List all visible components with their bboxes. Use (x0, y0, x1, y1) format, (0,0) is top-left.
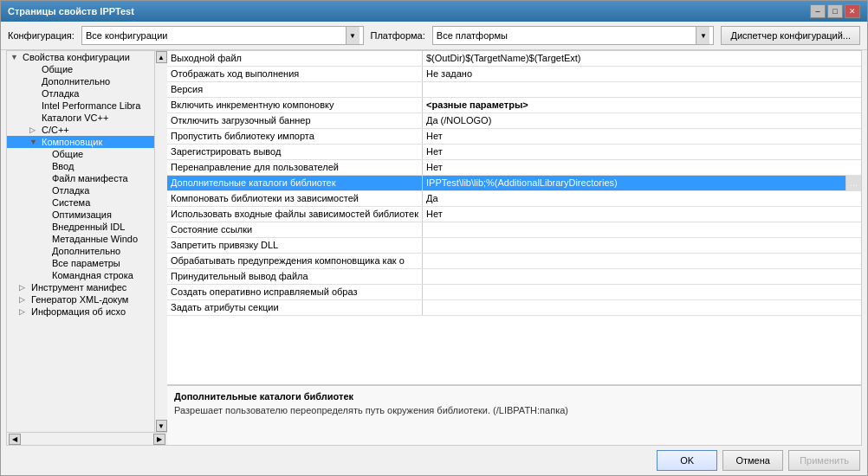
tree-item-label: Ввод (52, 161, 74, 171)
tree-item-sistema[interactable]: Система (7, 196, 154, 209)
tree-items: ОбщиеДополнительноОтладкаIntel Performan… (7, 63, 154, 318)
prop-row-versiya[interactable]: Версия (167, 82, 861, 98)
cancel-button[interactable]: Отмена (722, 450, 783, 471)
tree-hscroll[interactable]: ◀ ▶ (7, 432, 167, 445)
prop-value-perenapr: Нет (423, 160, 861, 175)
tree-item-vseparam[interactable]: Все параметры (7, 257, 154, 269)
minimize-button[interactable]: – (810, 4, 826, 18)
config-dropdown-arrow[interactable]: ▼ (346, 27, 360, 44)
prop-row-vyhod_file[interactable]: Выходной файл$(OutDir)$(TargetName)$(Tar… (167, 51, 861, 67)
tree-item-gen_xml[interactable]: ▷Генератор XML-докум (7, 293, 154, 306)
prop-row-perenapr[interactable]: Перенаправление для пользователейНет (167, 160, 861, 176)
close-button[interactable]: ✕ (845, 4, 860, 18)
prop-row-import_lib[interactable]: Пропустить библиотеку импортаНет (167, 129, 861, 145)
tree-item-dopolnitelno1[interactable]: Дополнительно (7, 75, 154, 87)
prop-row-otobrazhat[interactable]: Отображать ход выполненияНе задано (167, 67, 861, 82)
prop-name-vyhod_file: Выходной файл (167, 51, 423, 66)
title-bar: Страницы свойств IPPTest – □ ✕ (1, 1, 867, 22)
prop-name-obrabatyvat_preduprezh: Обрабатывать предупреждения компоновщика… (167, 254, 423, 268)
platform-dropdown[interactable]: Все платформы ▼ (432, 26, 715, 45)
prop-name-zadat_atributy: Задать атрибуты секции (167, 300, 423, 315)
prop-row-inkrement[interactable]: Включить инкрементную компоновку<разные … (167, 98, 861, 113)
prop-name-inkrement: Включить инкрементную компоновку (167, 98, 423, 113)
tree-item-label: Компоновщик (42, 137, 102, 147)
tree-item-katalogi[interactable]: Каталоги VC++ (7, 112, 154, 124)
prop-value-ispolz_zavisimost: Нет (423, 207, 861, 222)
tree-item-info_isxod[interactable]: ▷Информация об исхо (7, 306, 154, 318)
ok-button[interactable]: OK (657, 450, 717, 471)
prop-row-sozdat_obraz[interactable]: Создать оперативно исправляемый образ (167, 285, 861, 300)
tree-item-label: Файл манифеста (52, 173, 128, 183)
tree-item-label: Генератор XML-докум (31, 294, 128, 305)
prop-row-zapret_dll[interactable]: Запретить привязку DLL (167, 238, 861, 254)
tree-item-obshie1[interactable]: Общие (7, 63, 154, 75)
tree-item-kompon[interactable]: ▼Компоновщик (7, 136, 154, 148)
prop-name-register: Зарегистрировать вывод (167, 145, 423, 159)
tree-item-obshie2[interactable]: Общие (7, 148, 154, 160)
tree-item-intel[interactable]: Intel Performance Libra (7, 100, 154, 112)
apply-button[interactable]: Применить (788, 450, 860, 471)
prop-value-versiya (423, 82, 861, 97)
prop-row-zadat_atributy[interactable]: Задать атрибуты секции (167, 300, 861, 316)
root-toggle: ▼ (10, 53, 23, 61)
platform-value: Все платформы (437, 30, 508, 41)
tree-item-label: Все параметры (52, 258, 120, 268)
prop-row-sostoyan_ssylki[interactable]: Состояние ссылки (167, 222, 861, 238)
tree-item-cmdline[interactable]: Командная строка (7, 269, 154, 281)
prop-expand-btn-dop_katalogi[interactable]: … (845, 176, 861, 190)
prop-name-versiya: Версия (167, 82, 423, 97)
tree-item-label: Дополнительно (52, 246, 120, 256)
tree-item-vdridl[interactable]: Внедренный IDL (7, 221, 154, 233)
tree-scrollbar[interactable]: ▲ ▼ (154, 51, 167, 432)
desc-text: Разрешает пользователю переопределять пу… (174, 405, 854, 415)
tree-item-label: Информация об исхо (31, 306, 126, 317)
prop-value-kompanov_zav: Да (423, 191, 861, 206)
tree-item-metadata[interactable]: Метаданные Windo (7, 233, 154, 245)
toggle-icon: ▷ (19, 283, 31, 292)
restore-button[interactable]: □ (827, 4, 843, 18)
tree-item-dopolnitelno2[interactable]: Дополнительно (7, 245, 154, 257)
config-dropdown[interactable]: Все конфигурации ▼ (81, 26, 364, 45)
tree-item-vvod[interactable]: Ввод (7, 160, 154, 172)
main-content: ▼ Свойства конфигурации ОбщиеДополнитель… (6, 50, 862, 446)
prop-row-ispolz_zavisimost[interactable]: Использовать входные файлы зависимостей … (167, 207, 861, 222)
prop-name-sostoyan_ssylki: Состояние ссылки (167, 222, 423, 237)
tree-item-manifest[interactable]: Файл манифеста (7, 172, 154, 184)
tree-item-otladka1[interactable]: Отладка (7, 87, 154, 100)
platform-label: Платформа: (371, 30, 425, 41)
prop-row-banner[interactable]: Отключить загрузочный баннерДа (/NOLOGO) (167, 113, 861, 129)
prop-row-obrabatyvat_preduprezh[interactable]: Обрабатывать предупреждения компоновщика… (167, 254, 861, 269)
tree-item-label: Общие (52, 149, 83, 159)
prop-value-sostoyan_ssylki (423, 222, 861, 237)
prop-row-kompanov_zav[interactable]: Компоновать библиотеки из зависимостейДа (167, 191, 861, 207)
prop-row-dop_katalogi[interactable]: Дополнительные каталоги библиотекIPPTest… (167, 176, 861, 191)
scroll-up[interactable]: ▲ (156, 51, 167, 63)
prop-value-sozdat_obraz (423, 285, 861, 299)
config-label: Конфигурация: (8, 30, 74, 41)
scroll-down[interactable]: ▼ (156, 420, 167, 432)
tree-root[interactable]: ▼ Свойства конфигурации (7, 51, 154, 63)
hscroll-left[interactable]: ◀ (9, 434, 21, 445)
tree-item-otladka2[interactable]: Отладка (7, 184, 154, 196)
tree-item-optimizacia[interactable]: Оптимизация (7, 209, 154, 221)
tree-item-label: Общие (42, 64, 73, 74)
tree-item-label: Командная строка (52, 270, 133, 280)
hscroll-right[interactable]: ▶ (153, 434, 165, 445)
dispatcher-button[interactable]: Диспетчер конфигураций... (721, 26, 860, 45)
tree-item-label: Инструмент манифес (31, 282, 126, 293)
tree-panel: ▼ Свойства конфигурации ОбщиеДополнитель… (7, 51, 154, 432)
title-controls: – □ ✕ (810, 4, 860, 18)
desc-panel: Дополнительные каталоги библиотек Разреш… (167, 384, 861, 445)
props-panel: Выходной файл$(OutDir)$(TargetName)$(Tar… (167, 51, 861, 445)
platform-dropdown-arrow[interactable]: ▼ (696, 27, 709, 44)
prop-name-ispolz_zavisimost: Использовать входные файлы зависимостей … (167, 207, 423, 222)
tree-item-cpp[interactable]: ▷C/C++ (7, 124, 154, 136)
window-title: Страницы свойств IPPTest (8, 6, 134, 16)
prop-row-prinud_vivod[interactable]: Принудительный вывод файла (167, 269, 861, 285)
prop-row-register[interactable]: Зарегистрировать выводНет (167, 145, 861, 160)
tree-item-instr_manifest[interactable]: ▷Инструмент манифес (7, 281, 154, 293)
prop-value-obrabatyvat_preduprezh (423, 254, 861, 268)
tree-section: ▼ Свойства конфигурации ОбщиеДополнитель… (7, 51, 167, 445)
props-table: Выходной файл$(OutDir)$(TargetName)$(Tar… (167, 51, 861, 384)
tree-item-label: Метаданные Windo (52, 234, 138, 244)
